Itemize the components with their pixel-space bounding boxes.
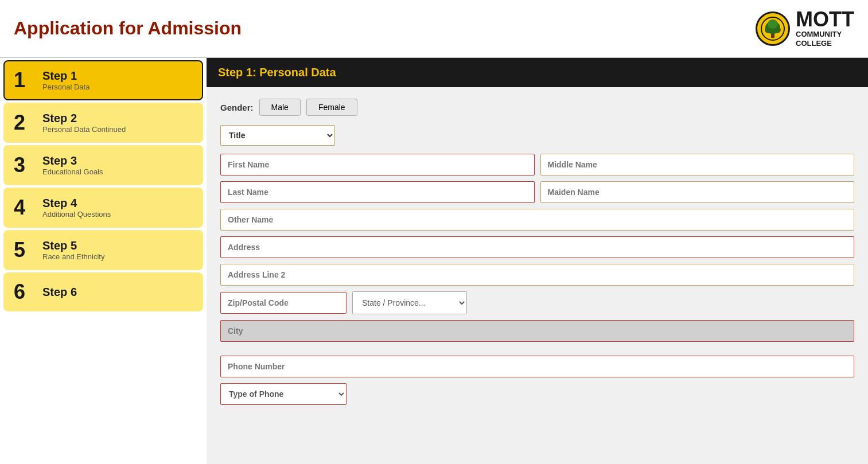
step-3-number: 3 <box>14 155 34 176</box>
address2-input[interactable] <box>220 264 854 286</box>
step-1-labels: Step 1 Personal Data <box>42 69 89 91</box>
step-2-name: Step 2 <box>42 112 126 125</box>
sidebar-step-6[interactable]: 6 Step 6 <box>3 272 203 311</box>
gender-female-button[interactable]: Female <box>306 99 357 116</box>
title-select[interactable]: Title Mr. Ms. Mrs. Dr. <box>220 125 335 146</box>
logo-sub-text: COMMUNITYCOLLEGE <box>796 30 854 48</box>
sidebar-step-1[interactable]: 1 Step 1 Personal Data <box>3 60 203 100</box>
step-1-number: 1 <box>14 70 34 91</box>
step-3-desc: Educational Goals <box>42 167 103 176</box>
sidebar-step-5[interactable]: 5 Step 5 Race and Ethnicity <box>3 230 203 270</box>
address2-row <box>220 264 854 286</box>
sidebar-step-3[interactable]: 3 Step 3 Educational Goals <box>3 145 203 185</box>
sidebar-step-2[interactable]: 2 Step 2 Personal Data Continued <box>3 103 203 143</box>
city-row <box>220 320 854 342</box>
zip-state-row: State / Province... Michigan Ohio Indian… <box>220 291 854 314</box>
phone-type-row: Type of Phone Cell Home Work <box>220 383 854 405</box>
gender-male-button[interactable]: Male <box>259 99 301 116</box>
step-6-name: Step 6 <box>42 286 77 299</box>
page-header: Application for Admission MOTT COMMUNITY… <box>0 0 868 58</box>
step-2-number: 2 <box>14 112 34 133</box>
page-title: Application for Admission <box>14 18 242 39</box>
other-name-row <box>220 209 854 231</box>
step-5-desc: Race and Ethnicity <box>42 252 104 261</box>
zip-input[interactable] <box>220 292 347 314</box>
svg-point-5 <box>768 20 778 29</box>
middle-name-input[interactable] <box>540 154 855 176</box>
content-area: Step 1: Personal Data Gender: Male Femal… <box>207 58 868 464</box>
phone-input[interactable] <box>220 356 854 377</box>
gender-row: Gender: Male Female <box>220 99 854 116</box>
section-header: Step 1: Personal Data <box>207 58 868 87</box>
city-input[interactable] <box>220 320 854 342</box>
state-select[interactable]: State / Province... Michigan Ohio Indian… <box>352 291 467 314</box>
name-row-1 <box>220 154 854 176</box>
name-row-2 <box>220 181 854 203</box>
step-2-desc: Personal Data Continued <box>42 125 126 134</box>
step-2-labels: Step 2 Personal Data Continued <box>42 112 126 134</box>
address-input[interactable] <box>220 236 854 258</box>
form-body: Gender: Male Female Title Mr. Ms. Mrs. D… <box>207 87 868 416</box>
sidebar: 1 Step 1 Personal Data 2 Step 2 Personal… <box>0 58 207 464</box>
step-3-labels: Step 3 Educational Goals <box>42 154 103 176</box>
first-name-input[interactable] <box>220 154 535 176</box>
step-4-desc: Additional Questions <box>42 210 111 219</box>
logo-text: MOTT COMMUNITYCOLLEGE <box>796 9 854 48</box>
maiden-name-input[interactable] <box>540 181 855 203</box>
last-name-input[interactable] <box>220 181 535 203</box>
step-1-name: Step 1 <box>42 69 89 83</box>
logo-mott-text: MOTT <box>796 9 854 30</box>
step-5-number: 5 <box>14 240 34 260</box>
step-6-labels: Step 6 <box>42 286 77 299</box>
address-row <box>220 236 854 258</box>
phone-type-select[interactable]: Type of Phone Cell Home Work <box>220 383 347 405</box>
step-5-name: Step 5 <box>42 239 104 252</box>
step-1-desc: Personal Data <box>42 83 89 91</box>
title-row: Title Mr. Ms. Mrs. Dr. <box>220 125 854 154</box>
main-layout: 1 Step 1 Personal Data 2 Step 2 Personal… <box>0 58 868 464</box>
step-5-labels: Step 5 Race and Ethnicity <box>42 239 104 261</box>
phone-row <box>220 356 854 377</box>
logo-icon <box>756 11 790 46</box>
step-4-labels: Step 4 Additional Questions <box>42 197 111 219</box>
step-4-number: 4 <box>14 197 34 218</box>
gender-label: Gender: <box>220 103 254 112</box>
other-name-input[interactable] <box>220 209 854 231</box>
step-6-number: 6 <box>14 282 34 302</box>
step-4-name: Step 4 <box>42 197 111 210</box>
sidebar-step-4[interactable]: 4 Step 4 Additional Questions <box>3 188 203 228</box>
step-3-name: Step 3 <box>42 154 103 167</box>
logo-area: MOTT COMMUNITYCOLLEGE <box>756 9 854 48</box>
